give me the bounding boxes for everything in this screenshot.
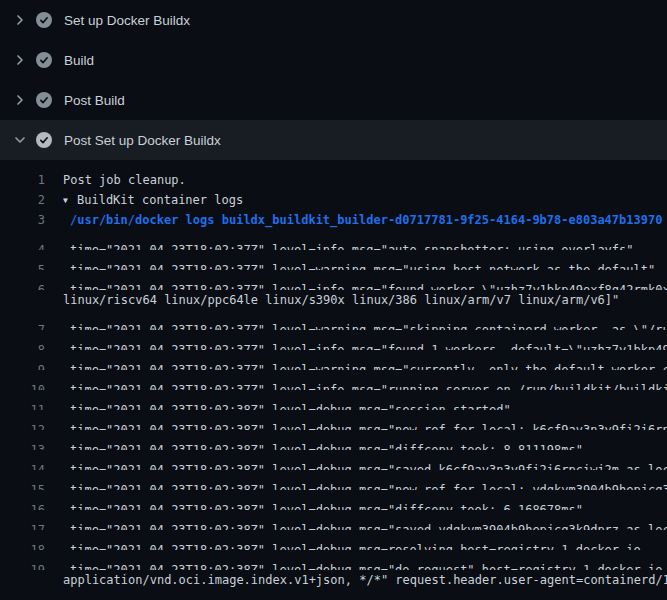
- line-number[interactable]: 17: [0, 520, 45, 530]
- log-text: time="2021-04-23T18:02:38Z" level=debug …: [63, 500, 583, 510]
- step-label: Post Build: [64, 93, 125, 108]
- chevron-down-icon[interactable]: [12, 132, 28, 148]
- chevron-right-icon[interactable]: [12, 92, 28, 108]
- log-text: time="2021-04-23T18:02:38Z" level=debug …: [63, 540, 641, 550]
- line-number[interactable]: 12: [0, 420, 45, 430]
- log-row: 4time="2021-04-23T18:02:37Z" level=info …: [0, 230, 667, 250]
- log-row: 15time="2021-04-23T18:02:38Z" level=debu…: [0, 470, 667, 490]
- log-row: 5time="2021-04-23T18:02:37Z" level=warni…: [0, 250, 667, 270]
- log-text: time="2021-04-23T18:02:37Z" level=warnin…: [63, 320, 667, 330]
- line-number[interactable]: 13: [0, 440, 45, 450]
- line-number[interactable]: 2: [0, 190, 45, 210]
- line-number[interactable]: 1: [0, 170, 45, 190]
- group-header-text: ▼BuildKit container logs: [63, 190, 243, 210]
- log-row: 18time="2021-04-23T18:02:38Z" level=debu…: [0, 530, 667, 550]
- wrapped-log-text: application/vnd.oci.image.index.v1+json,…: [63, 570, 667, 590]
- line-number[interactable]: 16: [0, 500, 45, 510]
- line-number[interactable]: 9: [0, 360, 45, 370]
- log-text: time="2021-04-23T18:02:38Z" level=debug …: [63, 400, 511, 410]
- check-circle-icon: [36, 52, 52, 68]
- step-label: Post Set up Docker Buildx: [64, 133, 221, 148]
- line-number[interactable]: 5: [0, 260, 45, 270]
- log-text: time="2021-04-23T18:02:38Z" level=debug …: [63, 480, 667, 490]
- wrapped-log-text: linux/riscv64 linux/ppc64le linux/s390x …: [63, 290, 619, 310]
- check-circle-icon: [36, 12, 52, 28]
- line-number[interactable]: 19: [0, 560, 45, 570]
- line-number[interactable]: 10: [0, 380, 45, 390]
- log-row: 20time="2021-04-23T18:02:38Z" level=debu…: [0, 590, 667, 600]
- log-text: Post job cleanup.: [63, 170, 186, 190]
- log-text: time="2021-04-23T18:02:38Z" level=debug …: [63, 520, 667, 530]
- log-row: 13time="2021-04-23T18:02:38Z" level=debu…: [0, 430, 667, 450]
- log-row: 8time="2021-04-23T18:02:37Z" level=info …: [0, 330, 667, 350]
- line-number[interactable]: 15: [0, 480, 45, 490]
- log-text: time="2021-04-23T18:02:38Z" level=debug …: [63, 440, 583, 450]
- log-row: 6time="2021-04-23T18:02:37Z" level=info …: [0, 270, 667, 290]
- log-text: time="2021-04-23T18:02:37Z" level=info m…: [63, 280, 667, 290]
- step-build[interactable]: Build: [0, 40, 667, 80]
- line-number[interactable]: 14: [0, 460, 45, 470]
- log-row: 19time="2021-04-23T18:02:38Z" level=debu…: [0, 550, 667, 570]
- step-post-build[interactable]: Post Build: [0, 80, 667, 120]
- log-row: 14time="2021-04-23T18:02:38Z" level=debu…: [0, 450, 667, 470]
- log-text: time="2021-04-23T18:02:37Z" level=warnin…: [63, 360, 667, 370]
- log-text: time="2021-04-23T18:02:37Z" level=info m…: [63, 380, 667, 390]
- log-row: 1Post job cleanup.: [0, 170, 667, 190]
- log-text: time="2021-04-23T18:02:37Z" level=info m…: [63, 240, 634, 250]
- command-text: /usr/bin/docker logs buildx_buildkit_bui…: [63, 210, 662, 230]
- line-number[interactable]: 18: [0, 540, 45, 550]
- step-list: Set up Docker Buildx Build Post Build: [0, 0, 667, 160]
- check-circle-icon: [36, 132, 52, 148]
- chevron-right-icon[interactable]: [12, 52, 28, 68]
- log-row: 9time="2021-04-23T18:02:37Z" level=warni…: [0, 350, 667, 370]
- chevron-right-icon[interactable]: [12, 12, 28, 28]
- log-row: linux/riscv64 linux/ppc64le linux/s390x …: [0, 290, 667, 310]
- log-row: application/vnd.oci.image.index.v1+json,…: [0, 570, 667, 590]
- step-set-up-docker-buildx[interactable]: Set up Docker Buildx: [0, 0, 667, 40]
- line-number[interactable]: 11: [0, 400, 45, 410]
- log-text: time="2021-04-23T18:02:38Z" level=debug …: [63, 460, 667, 470]
- log-row: 10time="2021-04-23T18:02:37Z" level=info…: [0, 370, 667, 390]
- line-number: [0, 290, 45, 310]
- line-number[interactable]: 8: [0, 340, 45, 350]
- log-row: 3/usr/bin/docker logs buildx_buildkit_bu…: [0, 210, 667, 230]
- line-number[interactable]: 3: [0, 210, 45, 230]
- log-text: time="2021-04-23T18:02:37Z" level=warnin…: [63, 260, 655, 270]
- log-row: 11time="2021-04-23T18:02:38Z" level=debu…: [0, 390, 667, 410]
- group-toggle-triangle-icon[interactable]: ▼: [63, 191, 77, 210]
- log-row: 12time="2021-04-23T18:02:38Z" level=debu…: [0, 410, 667, 430]
- line-number[interactable]: 4: [0, 240, 45, 250]
- log-row: 2▼BuildKit container logs: [0, 190, 667, 210]
- line-number: [0, 570, 45, 590]
- actions-log-viewer: Set up Docker Buildx Build Post Build: [0, 0, 667, 600]
- log-text: time="2021-04-23T18:02:38Z" level=debug …: [63, 420, 667, 430]
- log-row: 7time="2021-04-23T18:02:37Z" level=warni…: [0, 310, 667, 330]
- log-lines: 1Post job cleanup.2▼BuildKit container l…: [0, 160, 667, 600]
- line-number[interactable]: 6: [0, 280, 45, 290]
- check-circle-icon: [36, 92, 52, 108]
- step-label: Set up Docker Buildx: [64, 13, 190, 28]
- log-row: 16time="2021-04-23T18:02:38Z" level=debu…: [0, 490, 667, 510]
- line-number[interactable]: 7: [0, 320, 45, 330]
- log-text: time="2021-04-23T18:02:37Z" level=info m…: [63, 340, 667, 350]
- step-post-set-up-docker-buildx[interactable]: Post Set up Docker Buildx: [0, 120, 667, 160]
- log-text: time="2021-04-23T18:02:38Z" level=debug …: [63, 560, 667, 570]
- log-row: 17time="2021-04-23T18:02:38Z" level=debu…: [0, 510, 667, 530]
- step-label: Build: [64, 53, 94, 68]
